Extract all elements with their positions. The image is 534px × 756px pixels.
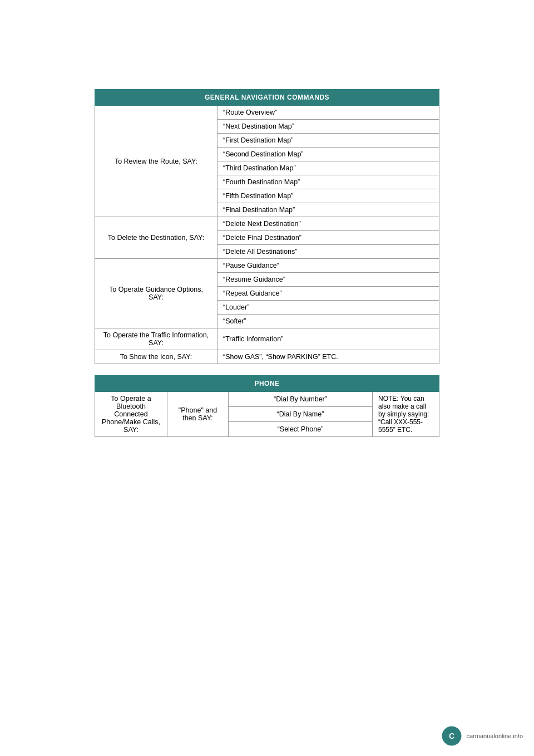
- dial-by-name: “Dial By Name”: [229, 407, 373, 422]
- review-route-label: To Review the Route, SAY:: [95, 106, 217, 217]
- command-cell: “Show GAS”, “Show PARKING” ETC.: [217, 350, 439, 364]
- phone-note: NOTE: You can also make a call by simply…: [373, 392, 439, 437]
- command-cell: “Route Overview”: [217, 106, 439, 120]
- command-cell: “Fifth Destination Map”: [217, 189, 439, 203]
- command-cell: “Traffic Information”: [217, 328, 439, 350]
- show-icon-label: To Show the Icon, SAY:: [95, 350, 217, 364]
- command-cell: “Next Destination Map”: [217, 120, 439, 134]
- table-row: To Operate a Bluetooth Connected Phone/M…: [95, 392, 439, 407]
- guidance-label: To Operate Guidance Options, SAY:: [95, 259, 217, 328]
- delete-dest-label: To Delete the Destination, SAY:: [95, 217, 217, 259]
- table-row: To Operate Guidance Options, SAY: “Pause…: [95, 259, 439, 273]
- nav-commands-table: GENERAL NAVIGATION COMMANDS To Review th…: [95, 89, 439, 364]
- select-phone: “Select Phone”: [229, 422, 373, 437]
- command-cell: “Delete Next Destination”: [217, 217, 439, 231]
- table-row: To Review the Route, SAY: “Route Overvie…: [95, 106, 439, 120]
- phone-sub-label: "Phone" and then SAY:: [167, 392, 229, 437]
- phone-table-header-row: PHONE: [95, 376, 439, 392]
- table-row: To Show the Icon, SAY: “Show GAS”, “Show…: [95, 350, 439, 364]
- command-cell: “Delete All Destinations”: [217, 245, 439, 259]
- phone-operate-label: To Operate a Bluetooth Connected Phone/M…: [95, 392, 167, 437]
- dial-by-number: “Dial By Number”: [229, 392, 373, 407]
- command-cell: “Fourth Destination Map”: [217, 175, 439, 189]
- command-cell: “Second Destination Map”: [217, 148, 439, 161]
- nav-table-header-row: GENERAL NAVIGATION COMMANDS: [95, 90, 439, 106]
- command-cell: “First Destination Map”: [217, 134, 439, 148]
- nav-table-header: GENERAL NAVIGATION COMMANDS: [95, 90, 439, 106]
- traffic-label: To Operate the Traffic Information, SAY:: [95, 328, 217, 350]
- watermark-text: carmanualonline.info: [466, 733, 523, 739]
- command-cell: “Softer”: [217, 315, 439, 328]
- svg-text:C: C: [449, 732, 454, 740]
- watermark: C carmanualonline.info: [442, 726, 523, 746]
- page-content: GENERAL NAVIGATION COMMANDS To Review th…: [0, 0, 534, 493]
- command-cell: “Third Destination Map”: [217, 161, 439, 175]
- table-row: To Delete the Destination, SAY: “Delete …: [95, 217, 439, 231]
- command-cell: “Resume Guidance”: [217, 273, 439, 287]
- watermark-icon: C: [442, 726, 462, 746]
- command-cell: “Final Destination Map”: [217, 203, 439, 217]
- phone-table-header: PHONE: [95, 376, 439, 392]
- command-cell: “Pause Guidance”: [217, 259, 439, 273]
- phone-table: PHONE To Operate a Bluetooth Connected P…: [95, 375, 439, 437]
- table-row: To Operate the Traffic Information, SAY:…: [95, 328, 439, 350]
- command-cell: “Repeat Guidance”: [217, 287, 439, 301]
- command-cell: “Louder”: [217, 301, 439, 315]
- command-cell: “Delete Final Destination”: [217, 231, 439, 245]
